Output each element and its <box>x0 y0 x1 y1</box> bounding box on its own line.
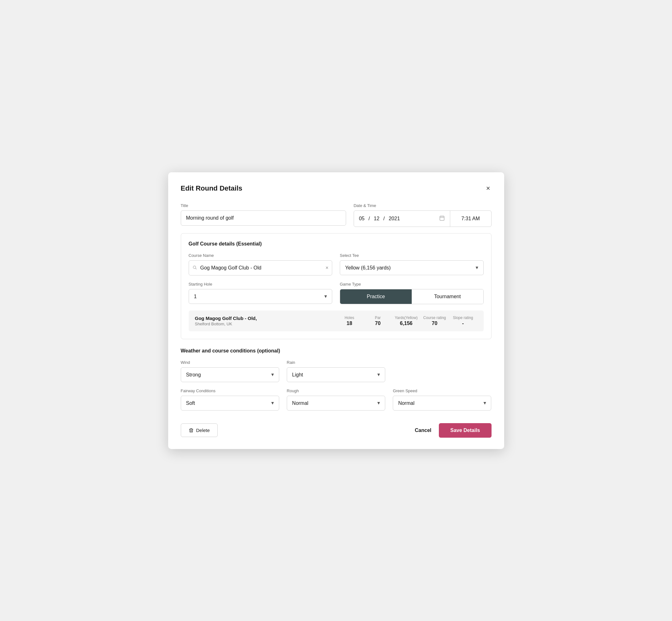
save-details-button[interactable]: Save Details <box>439 423 491 438</box>
rough-wrapper: ShortNormalLong ▼ <box>287 396 385 411</box>
rain-label: Rain <box>287 360 385 365</box>
starting-hole-label: Starting Hole <box>189 282 333 287</box>
slope-rating-label: Slope rating <box>453 316 473 320</box>
fairway-label: Fairway Conditions <box>181 388 279 393</box>
par-label: Par <box>375 316 381 320</box>
holes-value: 18 <box>347 321 352 326</box>
date-day: 12 <box>374 216 380 221</box>
wind-wrapper: NoneLightMediumStrong ▼ <box>181 367 279 382</box>
svg-rect-0 <box>440 216 444 220</box>
date-field[interactable]: 05 / 12 / 2021 <box>354 211 450 226</box>
modal-footer: Delete Cancel Save Details <box>181 418 492 438</box>
svg-point-4 <box>193 266 196 268</box>
starting-hole-wrapper: 1234 5678 910 ▼ <box>189 289 333 304</box>
rough-label: Rough <box>287 388 385 393</box>
green-speed-dropdown[interactable]: SlowNormalFast <box>393 396 491 411</box>
close-button[interactable]: × <box>485 184 492 193</box>
starting-hole-dropdown[interactable]: 1234 5678 910 <box>189 289 333 304</box>
time-field[interactable]: 7:31 AM <box>450 211 491 226</box>
green-speed-label: Green Speed <box>393 388 491 393</box>
weather-section-title: Weather and course conditions (optional) <box>181 348 492 354</box>
date-time-label: Date & Time <box>354 203 492 208</box>
game-type-label: Game Type <box>340 282 484 287</box>
rain-field: Rain NoneLightMediumHeavy ▼ <box>287 360 385 382</box>
hole-gametype-row: Starting Hole 1234 5678 910 ▼ Game Type … <box>189 282 484 304</box>
yards-stat: Yards(Yellow) 6,156 <box>392 316 421 326</box>
date-month: 05 <box>359 216 365 221</box>
select-tee-label: Select Tee <box>340 253 484 258</box>
holes-label: Holes <box>344 316 354 320</box>
course-name-label: Course Name <box>189 253 333 258</box>
course-name-group: Course Name × <box>189 253 333 276</box>
wind-rain-row: Wind NoneLightMediumStrong ▼ Rain NoneLi… <box>181 360 492 382</box>
cancel-button[interactable]: Cancel <box>415 427 431 433</box>
date-year: 2021 <box>389 216 400 221</box>
footer-right: Cancel Save Details <box>415 423 492 438</box>
course-name-input[interactable] <box>189 260 333 276</box>
fairway-field: Fairway Conditions DrySoftNormalWet ▼ <box>181 388 279 411</box>
rain-dropdown[interactable]: NoneLightMediumHeavy <box>287 367 385 382</box>
delete-button[interactable]: Delete <box>181 423 218 437</box>
green-speed-wrapper: SlowNormalFast ▼ <box>393 396 491 411</box>
trash-icon <box>189 428 194 433</box>
weather-section: Weather and course conditions (optional)… <box>181 348 492 411</box>
fairway-rough-green-row: Fairway Conditions DrySoftNormalWet ▼ Ro… <box>181 388 492 411</box>
select-tee-dropdown[interactable]: Yellow (6,156 yards) White Red Blue <box>340 260 484 275</box>
slope-rating-value: - <box>462 321 464 326</box>
yards-label: Yards(Yellow) <box>395 316 418 320</box>
search-icon <box>193 265 197 271</box>
course-rating-label: Course rating <box>423 316 446 320</box>
course-name-wrapper: × <box>189 260 333 276</box>
fairway-dropdown[interactable]: DrySoftNormalWet <box>181 396 279 411</box>
clear-course-icon[interactable]: × <box>326 265 328 271</box>
wind-label: Wind <box>181 360 279 365</box>
svg-line-5 <box>195 268 196 269</box>
yards-value: 6,156 <box>400 321 412 326</box>
slope-rating-stat: Slope rating - <box>449 316 477 326</box>
golf-course-section: Golf Course details (Essential) Course N… <box>181 233 492 339</box>
course-rating-stat: Course rating 70 <box>421 316 449 326</box>
course-info-location: Shelford Bottom, UK <box>195 322 335 326</box>
fairway-wrapper: DrySoftNormalWet ▼ <box>181 396 279 411</box>
rain-wrapper: NoneLightMediumHeavy ▼ <box>287 367 385 382</box>
green-speed-field: Green Speed SlowNormalFast ▼ <box>393 388 491 411</box>
calendar-icon <box>439 215 445 222</box>
date-time-field-group: Date & Time 05 / 12 / 2021 <box>354 203 492 227</box>
tournament-button[interactable]: Tournament <box>412 289 483 304</box>
golf-course-section-title: Golf Course details (Essential) <box>189 241 484 247</box>
par-value: 70 <box>375 321 381 326</box>
select-tee-group: Select Tee Yellow (6,156 yards) White Re… <box>340 253 484 276</box>
rough-field: Rough ShortNormalLong ▼ <box>287 388 385 411</box>
game-type-toggle: Practice Tournament <box>340 289 484 304</box>
rough-dropdown[interactable]: ShortNormalLong <box>287 396 385 411</box>
practice-button[interactable]: Practice <box>340 289 412 304</box>
title-input[interactable] <box>181 210 346 225</box>
course-tee-row: Course Name × Select Tee Yell <box>189 253 484 276</box>
starting-hole-group: Starting Hole 1234 5678 910 ▼ <box>189 282 333 304</box>
par-stat: Par 70 <box>364 316 392 326</box>
date-time-group: 05 / 12 / 2021 7:31 <box>354 210 492 227</box>
course-info-bar: Gog Magog Golf Club - Old, Shelford Bott… <box>189 310 484 331</box>
time-value: 7:31 AM <box>461 216 480 221</box>
holes-stat: Holes 18 <box>335 316 364 326</box>
course-info-name: Gog Magog Golf Club - Old, Shelford Bott… <box>195 316 335 326</box>
modal-header: Edit Round Details × <box>181 184 492 193</box>
wind-dropdown[interactable]: NoneLightMediumStrong <box>181 367 279 382</box>
edit-round-modal: Edit Round Details × Title Date & Time 0… <box>168 172 504 449</box>
game-type-group: Game Type Practice Tournament <box>340 282 484 304</box>
title-label: Title <box>181 203 346 208</box>
course-info-name-bold: Gog Magog Golf Club - Old, <box>195 316 335 321</box>
wind-field: Wind NoneLightMediumStrong ▼ <box>181 360 279 382</box>
select-tee-wrapper: Yellow (6,156 yards) White Red Blue ▼ <box>340 260 484 275</box>
course-rating-value: 70 <box>432 321 437 326</box>
title-field-group: Title <box>181 203 346 227</box>
modal-title: Edit Round Details <box>181 184 243 193</box>
title-date-row: Title Date & Time 05 / 12 / 2021 <box>181 203 492 227</box>
